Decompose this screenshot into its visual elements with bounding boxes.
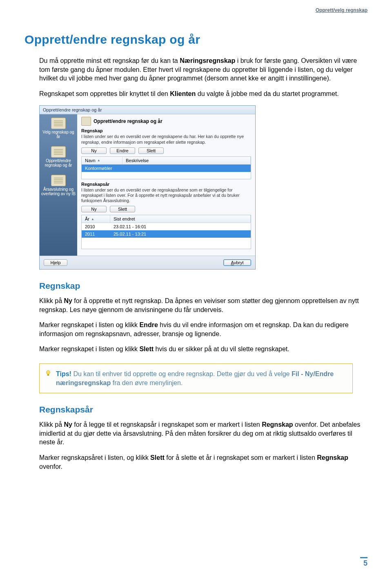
intro-p2c: du valgte å jobbe med da du startet prog…	[196, 90, 339, 97]
th-sist-endret[interactable]: Sist endret	[110, 215, 251, 223]
endre-button[interactable]: Endre	[110, 147, 135, 154]
th-navn[interactable]: Navn▲	[82, 157, 122, 164]
table-row[interactable]: 2011 25.02.11 - 13:21	[82, 230, 251, 238]
t: Marker regnskapet i listen og klikk	[39, 345, 139, 352]
list-icon	[51, 118, 66, 129]
dialog-titlebar: Opprett/endre regnskap og år	[40, 106, 255, 114]
page-number: 5	[360, 557, 368, 568]
cell-sist-endret: 25.02.11 - 13:21	[110, 230, 251, 238]
intro-p1: Du må opprette minst ett regnskap før du…	[39, 56, 368, 83]
dialog-main: Opprett/endre regnskap og år Regnskap I …	[77, 114, 255, 256]
t: hvis du er sikker på at du vil slette re…	[154, 345, 290, 352]
regnskap-p1: Klikk på Ny for å opprette et nytt regns…	[39, 296, 368, 314]
slett-button[interactable]: Slett	[110, 206, 135, 212]
aar-p2: Marker regnskapsåret i listen, og klikk …	[39, 453, 368, 471]
cell-beskrivelse	[122, 165, 251, 172]
t: for å legge til et regnskapsår i regnska…	[72, 421, 262, 428]
sort-asc-icon: ▲	[97, 158, 100, 162]
list-icon	[51, 146, 66, 158]
intro-p1b: Næringsregnskap	[180, 57, 235, 64]
th-ar[interactable]: År▲	[82, 215, 110, 223]
svg-rect-1	[47, 374, 49, 376]
t: Ny	[64, 421, 72, 428]
dialog-subtitle-text: Opprett/endre regnskap og år	[94, 118, 163, 124]
dialog-subtitle: Opprett/endre regnskap og år	[81, 117, 251, 126]
tips-t3: fra den øvre menylinjen.	[111, 379, 183, 386]
page-title: Opprett/endre regnskap og år	[24, 33, 368, 47]
t: Slett	[150, 454, 165, 461]
th-navn-text: Navn	[85, 158, 96, 163]
regnskap-table: Navn▲ Beskrivelse Kontormøbler	[81, 156, 251, 179]
regnskap-heading: Regnskap	[39, 281, 368, 291]
regnskap-label: Regnskap	[81, 128, 251, 133]
t: Ny	[64, 297, 72, 304]
cell-ar: 2011	[82, 230, 110, 238]
tips-t1: Du kan til enhver tid opprette og endre …	[71, 370, 292, 377]
intro-p2a: Regnskapet som opprettes blir knyttet ti…	[39, 90, 170, 97]
dialog-opprett-endre: Opprett/endre regnskap og år Velg regnsk…	[39, 105, 256, 270]
sidebar-item-velg-regnskap[interactable]: Velg regnskap og år	[41, 118, 76, 139]
t: Regnskap	[317, 454, 348, 461]
sidebar-label: Velg regnskap og år	[41, 130, 76, 139]
slett-button[interactable]: Slett	[138, 147, 164, 154]
regnskap-p2: Marker regnskapet i listen og klikk Endr…	[39, 321, 368, 338]
intro-p1a: Du må opprette minst ett regnskap før du…	[39, 57, 180, 64]
ny-button[interactable]: Ny	[81, 147, 107, 154]
aar-p1: Klikk på Ny for å legge til et regnskaps…	[39, 420, 368, 447]
t: Klikk på	[39, 297, 64, 304]
th-beskrivelse[interactable]: Beskrivelse	[122, 157, 251, 164]
table-row[interactable]: 2010 23.02.11 - 16:01	[82, 223, 251, 230]
t: Slett	[139, 345, 154, 352]
regnskap-desc: I listen under ser du en oversikt over d…	[81, 134, 251, 145]
t: Klikk på	[39, 421, 64, 428]
intro-p2: Regnskapet som opprettes blir knyttet ti…	[39, 89, 368, 98]
sidebar-label: Opprett/endre regnskap og år	[41, 158, 76, 167]
document-icon	[81, 117, 91, 126]
regnskapsar-table: År▲ Sist endret 2010 23.02.11 - 16:01 20…	[81, 215, 251, 249]
regnskapsar-heading: Regnskapsår	[39, 405, 368, 415]
t: Marker regnskapet i listen og klikk	[39, 321, 139, 328]
dialog-sidebar: Velg regnskap og år Opprett/endre regnsk…	[40, 114, 77, 256]
tips-lead: Tips!	[56, 370, 71, 377]
ny-button[interactable]: Ny	[81, 206, 107, 212]
cell-ar: 2010	[82, 223, 110, 230]
t: Endre	[139, 321, 158, 328]
regnskapsar-label: Regnskapsår	[81, 182, 251, 187]
t: Regnskap	[262, 421, 293, 428]
hjelp-button[interactable]: Hjelp	[44, 259, 67, 266]
sidebar-label: Årsavslutning og overføring av ny IB	[41, 187, 76, 196]
th-ar-text: År	[85, 216, 89, 221]
table-row[interactable]: Kontormøbler	[82, 165, 251, 172]
sidebar-item-opprett-endre[interactable]: Opprett/endre regnskap og år	[41, 146, 76, 167]
t: for å slette et år i regnskapet som er m…	[165, 454, 317, 461]
t: ovenfor.	[39, 463, 62, 470]
list-icon	[51, 175, 66, 186]
cell-sist-endret: 23.02.11 - 16:01	[110, 223, 251, 230]
breadcrumb[interactable]: Opprett/velg regnskap	[316, 7, 368, 13]
sort-asc-icon: ▲	[91, 217, 94, 221]
cell-navn: Kontormøbler	[82, 165, 122, 172]
t: for å opprette et nytt regnskap. Da åpne…	[39, 297, 359, 313]
regnskap-p3: Marker regnskapet i listen og klikk Slet…	[39, 345, 368, 354]
intro-p2b: Klienten	[170, 90, 196, 97]
regnskapsar-desc: I listen under ser du en oversikt over d…	[81, 187, 251, 203]
sidebar-item-arsavslutning[interactable]: Årsavslutning og overføring av ny IB	[41, 175, 76, 196]
avbryt-button[interactable]: AAvbrytvbryt	[223, 259, 251, 266]
svg-point-0	[47, 370, 50, 374]
lightbulb-icon	[45, 370, 52, 377]
t: Marker regnskapsåret i listen, og klikk	[39, 454, 150, 461]
tips-box: Tips! Du kan til enhver tid opprette og …	[39, 363, 353, 393]
